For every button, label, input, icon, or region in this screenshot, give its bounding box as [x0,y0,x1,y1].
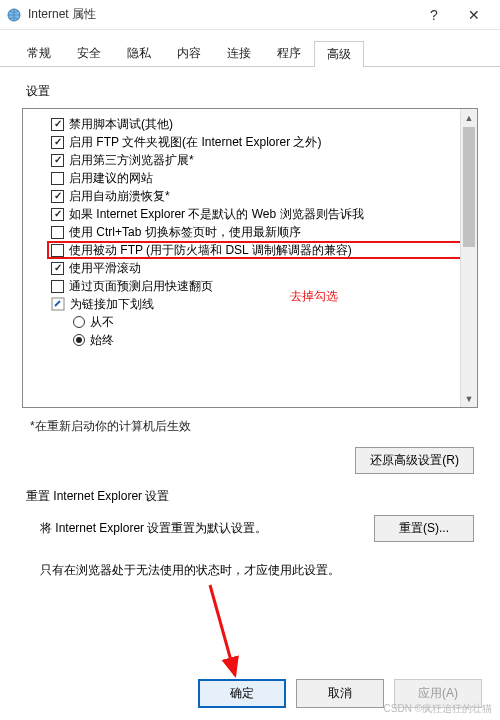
checkbox-icon[interactable] [51,244,64,257]
tab-strip: 常规 安全 隐私 内容 连接 程序 高级 [0,30,500,67]
checkbox-icon[interactable] [51,190,64,203]
checkbox-icon[interactable] [51,136,64,149]
checkbox-icon[interactable] [51,226,64,239]
tab-programs[interactable]: 程序 [264,40,314,66]
settings-item-label: 为链接加下划线 [70,295,154,313]
tab-privacy[interactable]: 隐私 [114,40,164,66]
help-button[interactable]: ? [414,0,454,30]
restart-footnote: *在重新启动你的计算机后生效 [30,418,478,435]
annotation-text: 去掉勾选 [290,288,338,305]
checkbox-icon[interactable] [51,118,64,131]
tab-security[interactable]: 安全 [64,40,114,66]
settings-item-6[interactable]: 使用 Ctrl+Tab 切换标签页时，使用最新顺序 [51,223,473,241]
tab-advanced[interactable]: 高级 [314,41,364,67]
settings-item-3[interactable]: 启用建议的网站 [51,169,473,187]
radio-icon[interactable] [73,334,85,346]
checkbox-icon[interactable] [51,172,64,185]
titlebar: Internet 属性 ? ✕ [0,0,500,30]
settings-item-label: 从不 [90,313,114,331]
settings-item-label: 禁用脚本调试(其他) [69,115,173,133]
annotation-arrow [200,580,280,690]
settings-item-7[interactable]: 使用被动 FTP (用于防火墙和 DSL 调制解调器的兼容) [47,241,473,259]
settings-item-label: 启用 FTP 文件夹视图(在 Internet Explorer 之外) [69,133,322,151]
checkbox-icon[interactable] [51,154,64,167]
reset-note: 只有在浏览器处于无法使用的状态时，才应使用此设置。 [22,542,478,579]
settings-item-1[interactable]: 启用 FTP 文件夹视图(在 Internet Explorer 之外) [51,133,473,151]
watermark: CSDN ©疯狂追狂的壮猫 [384,702,492,716]
settings-item-label: 如果 Internet Explorer 不是默认的 Web 浏览器则告诉我 [69,205,364,223]
settings-item-2[interactable]: 启用第三方浏览器扩展* [51,151,473,169]
settings-label: 设置 [22,83,478,100]
tab-general[interactable]: 常规 [14,40,64,66]
settings-item-label: 启用建议的网站 [69,169,153,187]
settings-item-4[interactable]: 启用自动崩溃恢复* [51,187,473,205]
svg-line-2 [210,585,235,675]
checkbox-icon[interactable] [51,262,64,275]
link-icon [51,297,65,311]
settings-item-label: 使用平滑滚动 [69,259,141,277]
settings-item-label: 始终 [90,331,114,349]
tab-connections[interactable]: 连接 [214,40,264,66]
settings-item-label: 启用自动崩溃恢复* [69,187,170,205]
settings-item-10: 为链接加下划线 [51,295,473,313]
settings-item-11[interactable]: 从不 [51,313,473,331]
ok-button[interactable]: 确定 [198,679,286,708]
settings-item-9[interactable]: 通过页面预测启用快速翻页 [51,277,473,295]
tab-content[interactable]: 内容 [164,40,214,66]
settings-listbox[interactable]: 禁用脚本调试(其他)启用 FTP 文件夹视图(在 Internet Explor… [22,108,478,408]
close-button[interactable]: ✕ [454,0,494,30]
tab-panel-advanced: 设置 禁用脚本调试(其他)启用 FTP 文件夹视图(在 Internet Exp… [0,67,500,589]
radio-icon[interactable] [73,316,85,328]
reset-section-label: 重置 Internet Explorer 设置 [26,488,478,505]
settings-item-5[interactable]: 如果 Internet Explorer 不是默认的 Web 浏览器则告诉我 [51,205,473,223]
reset-button[interactable]: 重置(S)... [374,515,474,542]
internet-options-icon [6,7,22,23]
settings-item-label: 使用被动 FTP (用于防火墙和 DSL 调制解调器的兼容) [69,241,352,259]
cancel-button[interactable]: 取消 [296,679,384,708]
settings-item-label: 启用第三方浏览器扩展* [69,151,194,169]
settings-item-0[interactable]: 禁用脚本调试(其他) [51,115,473,133]
reset-description: 将 Internet Explorer 设置重置为默认设置。 [40,520,267,537]
checkbox-icon[interactable] [51,280,64,293]
window-title: Internet 属性 [28,6,414,23]
settings-item-12[interactable]: 始终 [51,331,473,349]
checkbox-icon[interactable] [51,208,64,221]
scrollbar-vertical[interactable]: ▲ ▼ [460,109,477,407]
settings-item-8[interactable]: 使用平滑滚动 [51,259,473,277]
scroll-down-arrow[interactable]: ▼ [461,390,477,407]
scrollbar-thumb[interactable] [463,127,475,247]
settings-item-label: 通过页面预测启用快速翻页 [69,277,213,295]
settings-item-label: 使用 Ctrl+Tab 切换标签页时，使用最新顺序 [69,223,301,241]
scroll-up-arrow[interactable]: ▲ [461,109,477,126]
restore-defaults-button[interactable]: 还原高级设置(R) [355,447,474,474]
